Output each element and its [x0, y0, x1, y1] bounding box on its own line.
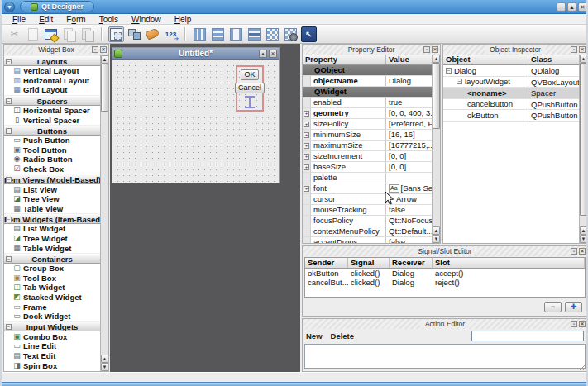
vertical-spacer-widget[interactable] [245, 96, 255, 108]
property-value[interactable]: false [386, 205, 432, 215]
property-value[interactable]: [0, 0] [386, 162, 432, 172]
scroll-up-icon[interactable]: ▲ [433, 55, 440, 63]
signal-column-header[interactable]: Signal [348, 258, 390, 268]
collapse-icon[interactable]: − [6, 128, 12, 134]
scroll-down-icon[interactable]: ▼ [101, 363, 108, 371]
edit-signals-slots-icon[interactable] [127, 26, 142, 42]
property-value[interactable]: true [386, 98, 432, 107]
property-value[interactable]: Dialog [386, 76, 432, 86]
property-row-cursor[interactable]: cursorArrow [303, 194, 432, 205]
property-editor-scrollbar[interactable]: ▲ ▲ ▼ [432, 55, 440, 243]
widget-check-box[interactable]: ☑Check Box [4, 164, 100, 174]
cut-icon[interactable]: ✂ [7, 26, 22, 42]
copy-icon[interactable] [61, 26, 77, 42]
menu-item-help[interactable]: Help [169, 15, 198, 24]
close-icon[interactable]: ✕ [579, 46, 586, 53]
scroll-up-icon[interactable]: ▲ [580, 55, 587, 63]
property-row-sizepolicy[interactable]: +sizePolicy[Preferred, P... [303, 119, 432, 130]
selected-vbox-layout[interactable]: OK Cancel [236, 65, 264, 112]
layout-horizontal-splitter-icon[interactable] [228, 26, 244, 42]
layout-grid-icon[interactable] [265, 26, 280, 42]
scroll-up-icon[interactable]: ▲ [101, 55, 108, 64]
scroll-up-icon[interactable]: ▲ [580, 226, 587, 235]
object-row-dialog[interactable]: −DialogQDialog [443, 65, 579, 77]
widget-combo-box[interactable]: ▣Combo Box [4, 331, 100, 341]
property-value[interactable]: [16777215,... [386, 141, 432, 150]
category-item-views-model-based[interactable]: −Item Views (Model-Based) [4, 174, 100, 184]
connection-row-okbutton[interactable]: okButtonclicked()Dialogaccept() [305, 269, 585, 278]
new-form-icon[interactable] [43, 26, 59, 42]
category-item-widgets-item-based[interactable]: −Item Widgets (Item-Based) [4, 213, 100, 224]
expand-icon[interactable]: + [304, 186, 309, 192]
widget-push-button[interactable]: ▭Push Button [4, 136, 100, 145]
widget-vertical-layout[interactable]: ▤Vertical Layout [4, 66, 100, 76]
expand-icon[interactable]: + [304, 143, 309, 149]
collapse-icon[interactable]: − [6, 256, 12, 262]
float-icon[interactable]: ▫ [571, 46, 577, 53]
property-row-contextmenupolicy[interactable]: contextMenuPolicyQt::Default... [303, 226, 432, 237]
property-value[interactable]: Qt::NoFocus [386, 216, 432, 226]
remove-connection-button[interactable]: − [544, 302, 562, 312]
close-icon[interactable]: ✕ [100, 46, 107, 53]
paste-icon[interactable] [79, 26, 95, 42]
collapse-icon[interactable]: − [6, 98, 12, 104]
titlebar-tab[interactable]: Qt Designer [20, 1, 94, 12]
document-icon[interactable] [25, 26, 41, 42]
widget-horizontal-layout[interactable]: ▥Horizontal Layout [4, 76, 100, 86]
minimize-icon[interactable]: − [557, 2, 566, 12]
expand-icon[interactable]: + [304, 111, 309, 117]
category-spacers[interactable]: −Spacers [4, 95, 100, 106]
category-layouts[interactable]: −Layouts [4, 55, 100, 66]
adjust-size-icon[interactable]: ↖ [301, 26, 317, 42]
property-row-palette[interactable]: palette [303, 173, 432, 183]
ok-button[interactable]: OK [241, 69, 258, 80]
scroll-down-icon[interactable]: ▼ [433, 235, 440, 243]
property-value[interactable]: false [386, 237, 432, 243]
menu-item-edit[interactable]: Edit [33, 15, 59, 24]
collapse-icon[interactable]: − [6, 217, 12, 222]
property-value[interactable] [386, 173, 432, 183]
property-row-basesize[interactable]: +baseSize[0, 0] [303, 162, 432, 173]
collapse-icon[interactable]: − [6, 177, 12, 183]
sender-column-header[interactable]: Sender [305, 258, 348, 268]
form-maximize-icon[interactable]: ▲ [259, 50, 267, 58]
close-icon[interactable]: ✕ [432, 46, 438, 53]
form-titlebar[interactable]: Untitled* ▲ ✕ [112, 48, 279, 60]
property-row-geometry[interactable]: +geometry[0, 0, 400, 3... [303, 108, 432, 119]
property-row-maximumsize[interactable]: +maximumSize[16777215,... [303, 141, 432, 151]
break-layout-icon[interactable] [283, 26, 299, 42]
expand-icon[interactable]: + [304, 122, 309, 127]
property-value[interactable]: [0, 0, 400, 3... [386, 108, 432, 118]
scrollbar-thumb[interactable] [580, 63, 587, 216]
value-column-header[interactable]: Value [386, 55, 432, 64]
action-list[interactable] [304, 344, 586, 369]
form-window[interactable]: Untitled* ▲ ✕ OK Cancel [112, 47, 280, 183]
widget-table-widget[interactable]: ▦Table Widget [4, 243, 100, 253]
widget-table-view[interactable]: ▦Table View [4, 204, 100, 214]
form-close-icon[interactable]: ✕ [269, 50, 277, 58]
form-canvas[interactable]: OK Cancel [112, 60, 279, 183]
layout-vertical-icon[interactable] [210, 26, 226, 42]
delete-button[interactable]: Delete [331, 331, 355, 341]
widget-list-view[interactable]: ▤List View [4, 184, 100, 194]
layout-vertical-splitter-icon[interactable] [246, 26, 262, 42]
window-menu-button[interactable]: ▼ [4, 2, 15, 12]
property-row-objectname[interactable]: objectNameDialog [303, 76, 432, 87]
widget-tool-box[interactable]: ▣Tool Box [4, 274, 100, 284]
close-icon[interactable]: ✕ [579, 321, 586, 327]
float-icon[interactable]: ▫ [571, 321, 577, 327]
widget-line-edit[interactable]: ▭Line Edit [4, 341, 100, 351]
object-row-cancelbutton[interactable]: cancelButtonQPushButton [443, 99, 579, 111]
scroll-down-icon[interactable]: ▼ [580, 235, 587, 243]
property-row-acceptdrops[interactable]: acceptDropsfalse [303, 237, 432, 243]
property-group-qwidget[interactable]: QWidget [303, 87, 432, 98]
object-row-layoutwidget[interactable]: −layoutWidgetQVBoxLayout [443, 77, 579, 88]
widget-grid-layout[interactable]: ▦Grid Layout [4, 85, 100, 95]
object-column-header[interactable]: Object [443, 55, 528, 64]
widget-horizontal-spacer[interactable]: ◫Horizontal Spacer [4, 106, 100, 116]
widget-frame[interactable]: ▭Frame [4, 302, 100, 312]
object-inspector-scrollbar[interactable]: ▲ ▲ ▼ [579, 55, 587, 243]
widget-radio-button[interactable]: ◉Radio Button [4, 155, 100, 164]
float-icon[interactable]: ▫ [423, 46, 430, 53]
property-row-enabled[interactable]: enabledtrue [303, 98, 432, 108]
